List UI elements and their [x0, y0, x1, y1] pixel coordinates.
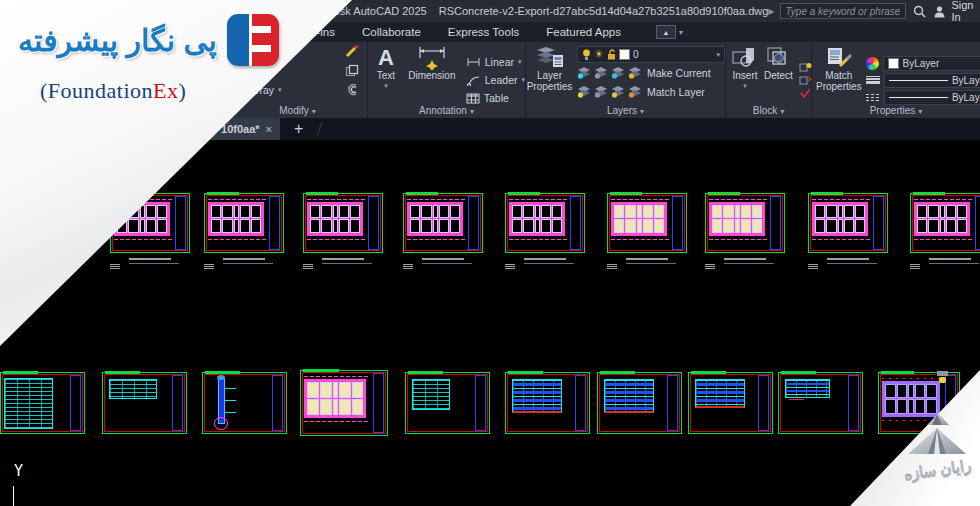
table-label: Table [484, 92, 509, 104]
block-tool-icon[interactable] [799, 62, 812, 73]
ribbon-collapse-icon: ▲ [656, 25, 676, 39]
leader-icon [466, 75, 481, 86]
text-icon: A [375, 46, 397, 70]
layer-tool-icon[interactable] [628, 67, 642, 79]
insert-label: Insert [732, 70, 757, 81]
panel-label-block[interactable]: Block▾ [726, 104, 811, 117]
sheet-caption [505, 258, 585, 274]
new-tab-button[interactable]: + [294, 120, 303, 138]
foundation-plan-drawing [407, 202, 463, 237]
panel-label-properties[interactable]: Properties▾ [812, 104, 980, 117]
panel-label-modify[interactable]: Modify▾ [228, 104, 367, 117]
chevron-down-icon: ▾ [679, 28, 683, 37]
search-placeholder: Type a keyword or phrase [786, 6, 901, 17]
erase-icon[interactable] [345, 45, 359, 58]
layer-tool-icon[interactable] [577, 86, 591, 98]
sheet-caption [705, 258, 785, 274]
panel-expand-icon: ▾ [640, 107, 644, 116]
ucs-y-axis-line [13, 486, 14, 506]
block-tool-icon[interactable] [799, 88, 812, 99]
object-color-select[interactable]: ByLayer ▾ [883, 56, 980, 71]
layer-tool-icon[interactable] [611, 86, 625, 98]
svg-text:A: A [378, 46, 394, 70]
annotation-label: Annotation [419, 105, 467, 116]
brand-en-accent: Ex [153, 78, 178, 103]
drawing-sheet[interactable] [808, 193, 888, 253]
drawing-sheet[interactable] [102, 372, 187, 434]
layer-tool-icon[interactable] [628, 86, 642, 98]
offset-icon[interactable] [345, 83, 359, 96]
modify-label: Modify [279, 105, 308, 116]
search-history-icon[interactable]: ▶ [768, 7, 774, 16]
foundation-plan-drawing [914, 202, 970, 237]
chevron-down-icon: ▾ [716, 51, 720, 59]
drawing-sheet[interactable] [204, 193, 284, 253]
layer-tool-icon[interactable] [594, 67, 608, 79]
brand-en-main: (Foundation [40, 78, 153, 103]
chevron-down-icon: ▾ [384, 82, 388, 90]
panel-label-annotation[interactable]: Annotation▾ [368, 104, 525, 117]
brand-name-english: (FoundationEx) [40, 78, 186, 104]
layers-label: Layers [607, 105, 637, 116]
color-wheel-icon [866, 57, 879, 70]
drawing-sheet[interactable] [705, 193, 785, 253]
drawing-sheet[interactable] [778, 372, 863, 434]
ucs-y-axis-label: Y [14, 462, 23, 480]
linetype-value: ByLayer [952, 92, 980, 103]
block-label: Block [753, 105, 777, 116]
unlock-icon [607, 49, 616, 60]
drawing-sheet[interactable] [505, 193, 585, 253]
foundation-plan-drawing [304, 379, 366, 417]
close-tab-icon[interactable]: × [266, 123, 272, 135]
drawing-sheet[interactable] [0, 372, 85, 434]
sheet-caption [403, 258, 483, 274]
user-icon[interactable] [933, 5, 946, 18]
ribbon-tab-collaborate[interactable]: Collaborate [362, 26, 421, 38]
search-icon[interactable] [913, 5, 926, 18]
lineweight-select[interactable]: ByLayer [884, 73, 980, 88]
layer-tool-icon[interactable] [594, 86, 608, 98]
chevron-down-icon: ▾ [518, 58, 522, 66]
drawing-sheet[interactable] [607, 193, 687, 253]
ribbon-tab-featured-apps[interactable]: Featured Apps [546, 26, 621, 38]
drawing-sheet[interactable] [303, 193, 383, 253]
sheet-caption [204, 258, 284, 274]
ribbon-tab-express-tools[interactable]: Express Tools [448, 26, 519, 38]
sign-in-button[interactable]: Sign In [951, 0, 973, 23]
properties-label: Properties [870, 105, 916, 116]
drawing-sheet[interactable] [202, 372, 287, 434]
drawing-sheet[interactable] [405, 372, 490, 434]
drawing-sheet[interactable] [688, 372, 773, 434]
ribbon-collapse-button[interactable]: ▲ ▾ [656, 25, 683, 39]
layer-tool-icon[interactable] [577, 67, 591, 79]
foundation-plan-drawing [307, 202, 363, 237]
layer-select[interactable]: ☀ 0 ▾ [577, 46, 725, 63]
help-search-input[interactable]: Type a keyword or phrase [780, 3, 907, 19]
sheet-caption [607, 258, 687, 274]
drawing-sheet[interactable] [910, 193, 980, 253]
drawing-sheet[interactable] [505, 372, 590, 434]
layer-properties-label: Layer Properties [526, 70, 573, 92]
foundation-plan-drawing [208, 202, 264, 237]
block-tool-icon[interactable] [799, 75, 812, 86]
panel-label-layers[interactable]: Layers▾ [526, 104, 725, 117]
leader-button[interactable]: Leader ▾ [466, 72, 525, 88]
drawing-sheet[interactable] [597, 372, 682, 434]
file-tab-divider [317, 122, 323, 135]
drawing-sheet[interactable] [403, 193, 483, 253]
sun-icon: ☀ [594, 48, 604, 61]
corner-logo-text: رایان سازه [903, 457, 972, 484]
match-properties-icon [826, 46, 852, 70]
linear-button[interactable]: Linear ▾ [466, 54, 525, 70]
match-layer-button[interactable]: Match Layer [647, 86, 705, 98]
panel-annotation: A Text ▾ Dimension [368, 42, 526, 118]
detect-icon [766, 46, 790, 70]
linetype-select[interactable]: ByLayer [884, 90, 980, 105]
make-current-button[interactable]: Make Current [647, 67, 711, 79]
chevron-down-icon: ▾ [521, 76, 525, 84]
chevron-down-icon: ▾ [278, 86, 282, 94]
copy-icon[interactable] [345, 64, 359, 77]
foundation-plan-drawing [882, 381, 940, 417]
layer-tool-icon[interactable] [611, 67, 625, 79]
drawing-sheet[interactable] [300, 370, 388, 436]
